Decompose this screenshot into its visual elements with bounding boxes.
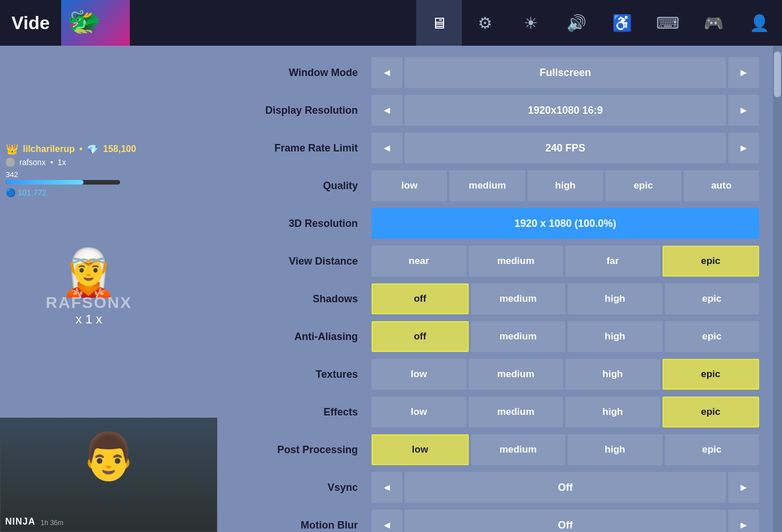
left-sidebar: 👑 lilcharilerup • 💎 158,100 rafsonx • 1x… <box>0 46 223 532</box>
post-processing-label: Post Processing <box>246 444 372 456</box>
quality-epic-button[interactable]: epic <box>605 170 681 201</box>
anti-aliasing-epic-button[interactable]: epic <box>665 321 760 352</box>
anti-aliasing-label: Anti-Aliasing <box>246 331 372 343</box>
resolution-3d-control: 1920 x 1080 (100.0%) <box>372 208 759 239</box>
watermark-text: RAFSONX <box>46 294 132 312</box>
vsync-prev-button[interactable]: ◄ <box>372 472 402 503</box>
post-processing-epic-button[interactable]: epic <box>665 434 760 465</box>
view-distance-medium-button[interactable]: medium <box>469 246 564 277</box>
streamer-name-row: 👑 lilcharilerup • 💎 158,100 <box>6 143 136 155</box>
vsync-next-button[interactable]: ► <box>728 472 759 503</box>
post-processing-control: low medium high epic <box>372 434 759 465</box>
textures-high-button[interactable]: high <box>565 359 660 390</box>
x1x-badge: x 1 x <box>46 312 132 327</box>
motion-blur-row: Motion Blur ◄ Off ► <box>246 510 759 532</box>
anti-aliasing-medium-button[interactable]: medium <box>471 321 566 352</box>
quality-high-button[interactable]: high <box>528 170 603 201</box>
textures-medium-button[interactable]: medium <box>469 359 564 390</box>
main-content: 👑 lilcharilerup • 💎 158,100 rafsonx • 1x… <box>0 46 782 532</box>
gamepad-nav-icon[interactable]: 🎮 <box>691 0 736 46</box>
display-resolution-label: Display Resolution <box>246 105 372 117</box>
shadows-medium-button[interactable]: medium <box>471 283 566 314</box>
view-distance-row: View Distance near medium far epic <box>246 246 759 277</box>
textures-label: Textures <box>246 369 372 381</box>
quality-label: Quality <box>246 180 372 192</box>
effects-buttons: low medium high epic <box>372 397 759 427</box>
anti-aliasing-high-button[interactable]: high <box>568 321 663 352</box>
avatar-small-icon <box>6 158 15 167</box>
currency-gems-icon: 💎 <box>87 144 98 155</box>
effects-control: low medium high epic <box>372 397 759 427</box>
accessibility-nav-icon[interactable]: ♿ <box>599 0 645 46</box>
xp-label: 342 <box>6 170 120 179</box>
vsync-label: Vsync <box>246 482 372 494</box>
post-processing-buttons: low medium high epic <box>372 434 759 465</box>
coins-value: 101,772 <box>18 188 47 197</box>
quality-medium-button[interactable]: medium <box>449 170 525 201</box>
webcam-person <box>1 418 217 531</box>
motion-blur-label: Motion Blur <box>246 519 372 531</box>
view-distance-epic-button[interactable]: epic <box>663 246 760 277</box>
quality-low-button[interactable]: low <box>372 170 447 201</box>
vsync-value: Off <box>405 472 726 503</box>
gear-nav-icon[interactable]: ⚙ <box>462 0 508 46</box>
window-mode-next-button[interactable]: ► <box>728 57 759 88</box>
effects-high-button[interactable]: high <box>565 397 660 427</box>
effects-label: Effects <box>246 406 372 418</box>
webcam-overlay: NINJA 1h 36m <box>0 418 217 532</box>
post-processing-row: Post Processing low medium high epic <box>246 434 759 465</box>
view-distance-far-button[interactable]: far <box>565 246 660 277</box>
resolution-3d-value[interactable]: 1920 x 1080 (100.0%) <box>372 208 759 239</box>
resolution-3d-row: 3D Resolution 1920 x 1080 (100.0%) <box>246 208 759 239</box>
post-processing-high-button[interactable]: high <box>568 434 663 465</box>
character-icon: 🧝 <box>46 246 132 299</box>
effects-low-button[interactable]: low <box>372 397 466 427</box>
thumbnail <box>61 0 130 46</box>
audio-nav-icon[interactable]: 🔊 <box>553 0 599 46</box>
textures-buttons: low medium high epic <box>372 359 759 390</box>
scrollbar-thumb[interactable] <box>774 51 781 97</box>
shadows-label: Shadows <box>246 293 372 305</box>
motion-blur-control: ◄ Off ► <box>372 510 759 532</box>
motion-blur-next-button[interactable]: ► <box>728 510 759 532</box>
motion-blur-prev-button[interactable]: ◄ <box>372 510 402 532</box>
window-mode-prev-button[interactable]: ◄ <box>372 57 402 88</box>
brightness-nav-icon[interactable]: ☀ <box>508 0 553 46</box>
shadows-epic-button[interactable]: epic <box>665 283 760 314</box>
effects-medium-button[interactable]: medium <box>469 397 564 427</box>
monitor-nav-icon[interactable]: 🖥 <box>416 0 462 46</box>
sub-name: rafsonx <box>19 158 46 167</box>
shadows-off-button[interactable]: off <box>372 283 469 314</box>
coins-display: 🔵 101,772 <box>6 188 136 197</box>
sub-level: 1x <box>58 158 66 167</box>
frame-rate-limit-prev-button[interactable]: ◄ <box>372 133 402 163</box>
display-resolution-prev-button[interactable]: ◄ <box>372 95 402 126</box>
resolution-3d-label: 3D Resolution <box>246 218 372 230</box>
effects-epic-button[interactable]: epic <box>663 397 760 427</box>
top-bar: Vide 🖥 ⚙ ☀ 🔊 ♿ ⌨ 🎮 👤 <box>0 0 782 46</box>
post-processing-medium-button[interactable]: medium <box>471 434 566 465</box>
frame-rate-limit-label: Frame Rate Limit <box>246 142 372 154</box>
textures-epic-button[interactable]: epic <box>663 359 760 390</box>
quality-buttons: low medium high epic auto <box>372 170 759 201</box>
webcam-label: NINJA <box>5 517 35 527</box>
shadows-high-button[interactable]: high <box>568 283 663 314</box>
currency-separator: • <box>79 144 83 154</box>
shadows-control: off medium high epic <box>372 283 759 314</box>
profile-nav-icon[interactable]: 👤 <box>736 0 782 46</box>
display-resolution-next-button[interactable]: ► <box>728 95 759 126</box>
textures-low-button[interactable]: low <box>372 359 466 390</box>
post-processing-low-button[interactable]: low <box>372 434 469 465</box>
view-distance-near-button[interactable]: near <box>372 246 466 277</box>
window-mode-value: Fullscreen <box>405 57 726 88</box>
anti-aliasing-off-button[interactable]: off <box>372 321 469 352</box>
app-title: Vide <box>0 13 61 34</box>
coin-icon: 🔵 <box>6 188 15 197</box>
controls-nav-icon[interactable]: ⌨ <box>645 0 691 46</box>
frame-rate-limit-next-button[interactable]: ► <box>728 133 759 163</box>
display-resolution-value: 1920x1080 16:9 <box>405 95 726 126</box>
view-distance-control: near medium far epic <box>372 246 759 277</box>
xp-bar-container: 342 <box>6 170 120 185</box>
quality-auto-button[interactable]: auto <box>684 170 759 201</box>
vsync-control: ◄ Off ► <box>372 472 759 503</box>
